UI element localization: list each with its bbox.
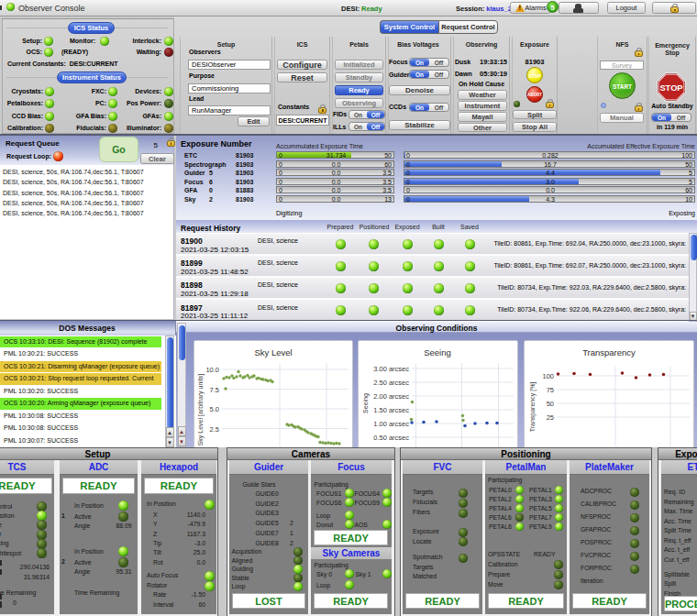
- svg-text:50: 50: [547, 400, 554, 408]
- svg-text:10.0: 10.0: [205, 366, 219, 374]
- svg-text:100: 100: [542, 372, 554, 380]
- svg-text:5.0: 5.0: [210, 405, 219, 413]
- svg-text:2.00 arcsec: 2.00 arcsec: [373, 392, 409, 401]
- svg-text:Transparency [%]: Transparency [%]: [529, 382, 537, 433]
- svg-text:0.50 arcsec: 0.50 arcsec: [373, 434, 409, 442]
- svg-text:2.50 arcsec: 2.50 arcsec: [373, 379, 409, 387]
- svg-text:1.00 arcsec: 1.00 arcsec: [373, 420, 409, 428]
- svg-text:3.00 arcsec: 3.00 arcsec: [373, 365, 409, 373]
- svg-text:Seeing: Seeing: [424, 347, 451, 358]
- svg-text:2.5: 2.5: [210, 425, 219, 434]
- svg-text:1.50 arcsec: 1.50 arcsec: [373, 406, 409, 414]
- svg-text:Sky Level: Sky Level: [254, 347, 292, 358]
- svg-text:25: 25: [547, 413, 554, 422]
- svg-text:STOP: STOP: [659, 83, 682, 93]
- svg-text:75: 75: [547, 386, 554, 394]
- svg-text:7.5: 7.5: [210, 386, 219, 394]
- svg-text:Transparency: Transparency: [582, 347, 636, 358]
- svg-text:Seeing: Seeing: [362, 393, 370, 413]
- svg-text:Sky Level [arbitrary units]: Sky Level [arbitrary units]: [197, 374, 205, 446]
